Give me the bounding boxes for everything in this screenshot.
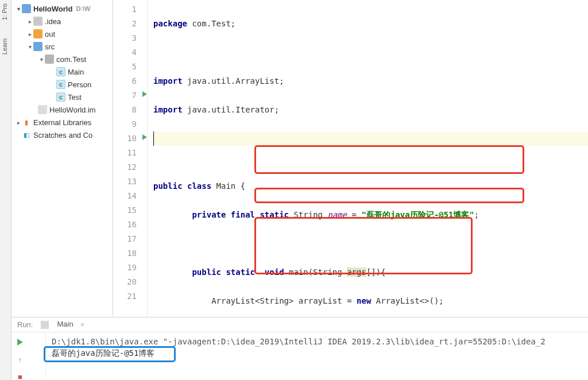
caret-line — [153, 131, 588, 146]
tree-item-src[interactable]: ▾src — [11, 40, 113, 53]
tree-root-label: HelloWorld — [33, 5, 72, 13]
run-gutter-icon[interactable] — [142, 134, 147, 140]
run-panel-header: Run: Main × — [11, 317, 588, 332]
close-tab-icon[interactable]: × — [80, 320, 85, 329]
chevron-right-icon[interactable]: ▸ — [15, 119, 22, 126]
tree-item-out[interactable]: ▸out — [11, 28, 113, 40]
folder-icon — [33, 29, 42, 38]
run-cmd-line: D:\jdk1.8\bin\java.exe "-javaagent:D:\id… — [52, 337, 582, 346]
run-tab[interactable]: Main — [52, 317, 78, 332]
run-label: Run: — [17, 320, 33, 329]
scratches-icon: ◧ — [22, 130, 31, 139]
up-button[interactable]: ↑ — [14, 353, 26, 366]
chevron-down-icon[interactable]: ▾ — [26, 44, 33, 50]
project-icon — [22, 4, 31, 13]
file-icon — [38, 105, 47, 114]
editor-gutter[interactable]: 123456 7 89 10 1112131415161718192021 — [113, 0, 148, 317]
tree-item-class[interactable]: cMain — [11, 65, 113, 78]
chevron-right-icon[interactable]: ▸ — [26, 18, 33, 25]
tree-item-idea[interactable]: ▸.idea — [11, 15, 113, 28]
class-icon: c — [56, 80, 65, 89]
main-area: ▾ HelloWorld D:\W ▸.idea ▸out ▾src ▾com.… — [11, 0, 588, 317]
tree-item-iml[interactable]: HelloWorld.im — [11, 103, 113, 116]
stop-button[interactable]: ■ — [14, 370, 26, 380]
chevron-down-icon[interactable]: ▾ — [38, 56, 45, 63]
left-tool-strip: 1: Pro Learn — [0, 0, 11, 380]
run-output[interactable]: D:\jdk1.8\bin\java.exe "-javaagent:D:\id… — [46, 332, 588, 380]
run-output-line: 磊哥的java历险记-@51博客 — [52, 348, 582, 359]
package-icon — [45, 55, 54, 64]
tree-item-package[interactable]: ▾com.Test — [11, 53, 113, 65]
tree-root-path: D:\W — [76, 5, 90, 12]
class-icon: c — [56, 67, 65, 76]
chevron-down-icon[interactable]: ▾ — [15, 6, 22, 12]
class-icon: c — [56, 92, 65, 102]
code-area[interactable]: package com.Test; import java.util.Array… — [148, 0, 588, 317]
run-panel: Run: Main × ↑ ■ ↓ D:\jdk1.8\bin\java.exe… — [11, 317, 588, 380]
tree-item-class[interactable]: cPerson — [11, 78, 113, 91]
tree-scratches[interactable]: ◧Scratches and Co — [11, 129, 113, 141]
project-tool-tab[interactable]: 1: Pro — [0, 0, 9, 24]
code-editor[interactable]: 123456 7 89 10 1112131415161718192021 pa… — [113, 0, 588, 317]
run-toolbar: ↑ ■ ↓ — [11, 332, 46, 380]
source-folder-icon — [33, 42, 42, 51]
tree-root[interactable]: ▾ HelloWorld D:\W — [11, 2, 113, 15]
tree-external-libs[interactable]: ▸▮External Libraries — [11, 116, 113, 129]
folder-icon — [33, 17, 42, 26]
tree-item-class[interactable]: cTest — [11, 91, 113, 103]
library-icon: ▮ — [22, 118, 31, 127]
learn-tool-tab[interactable]: Learn — [0, 35, 9, 58]
rerun-button[interactable] — [14, 336, 26, 348]
run-gutter-icon[interactable] — [142, 91, 147, 97]
chevron-right-icon[interactable]: ▸ — [26, 31, 33, 37]
project-tree[interactable]: ▾ HelloWorld D:\W ▸.idea ▸out ▾src ▾com.… — [11, 0, 113, 317]
run-config-icon — [41, 321, 49, 329]
